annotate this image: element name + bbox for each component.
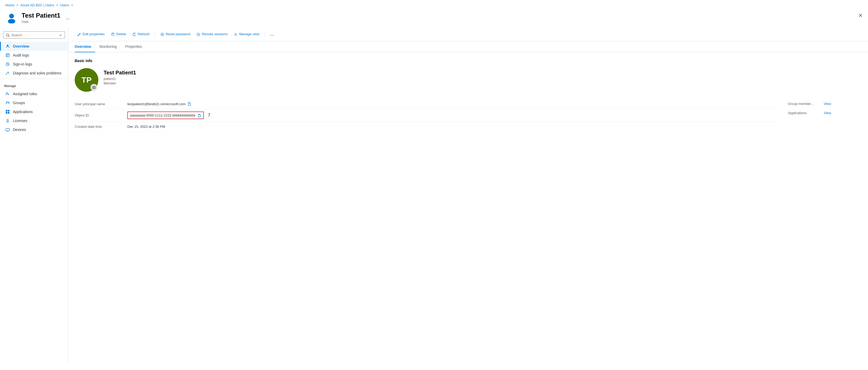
object-id-box: aaaaaaaa-0000-1111-2222-bbbbbbbbbbbb: [127, 112, 204, 119]
copy-object-id-button[interactable]: [197, 113, 201, 117]
header-avatar-icon: [5, 11, 18, 24]
object-id-row: Object ID aaaaaaaa-0000-1111-2222-bbbbbb…: [75, 109, 777, 122]
copy-upn-button[interactable]: [188, 102, 191, 106]
created-date-row: Created date time Dec 15, 2023 at 2:36 P…: [75, 122, 777, 131]
sidebar-item-devices[interactable]: Devices: [0, 125, 68, 134]
tab-properties[interactable]: Properties: [121, 41, 146, 52]
toolbar-separator-2: [265, 31, 265, 37]
tabs: Overview Monitoring Properties: [68, 41, 868, 52]
object-id-value: aaaaaaaa-0000-1111-2222-bbbbbbbbbbbb 7: [127, 112, 210, 119]
assigned-roles-icon: [5, 92, 10, 96]
edit-icon: [77, 32, 81, 36]
svg-line-11: [7, 72, 8, 73]
svg-point-33: [235, 34, 236, 35]
breadcrumb-home[interactable]: Home: [5, 3, 14, 7]
user-email: patient1: [104, 77, 136, 81]
tab-overview[interactable]: Overview: [75, 41, 95, 52]
manage-section-label: Manage: [0, 80, 68, 89]
overview-icon: [5, 44, 10, 49]
breadcrumb: Home > Azure AD B2C | Users > Users >: [0, 0, 868, 9]
user-principal-name-value: testpatient1@testb2c.onmicrosoft.com: [127, 102, 191, 106]
applications-side-label: Applications: [788, 111, 819, 115]
svg-rect-36: [188, 103, 190, 105]
licenses-icon: [5, 119, 10, 123]
reset-password-button[interactable]: Reset password: [158, 30, 193, 38]
sidebar-item-licenses-label: Licenses: [13, 119, 27, 123]
breadcrumb-users[interactable]: Users: [60, 3, 69, 7]
svg-rect-19: [8, 110, 9, 112]
sidebar-item-sign-in-logs-label: Sign-in logs: [13, 62, 32, 66]
breadcrumb-tenant[interactable]: Azure AD B2C | Users: [21, 3, 54, 7]
svg-line-10: [6, 73, 7, 75]
delete-icon: [111, 32, 115, 36]
sign-in-logs-icon: [5, 62, 10, 66]
svg-point-0: [9, 14, 14, 19]
svg-line-12: [8, 72, 9, 74]
search-icon: [6, 33, 10, 37]
created-date-value: Dec 15, 2023 at 2:36 PM: [127, 125, 165, 129]
group-member-label: Group member...: [788, 102, 819, 106]
sidebar-item-audit-logs-label: Audit logs: [13, 53, 29, 57]
camera-badge-button[interactable]: [91, 84, 97, 91]
group-member-row: Group member... View: [788, 99, 862, 109]
search-box[interactable]: «: [3, 31, 65, 39]
sidebar-item-diagnose[interactable]: Diagnose and solve problems: [0, 69, 68, 78]
sidebar-item-audit-logs[interactable]: Audit logs: [0, 51, 68, 60]
svg-rect-18: [6, 110, 7, 112]
sidebar-item-sign-in-logs[interactable]: Sign-in logs: [0, 60, 68, 69]
sidebar-item-overview[interactable]: Overview: [0, 42, 68, 51]
revoke-sessions-button[interactable]: Revoke sessions: [194, 30, 230, 38]
manage-view-button[interactable]: Manage view: [231, 30, 262, 38]
svg-rect-20: [6, 112, 7, 114]
content-body: Basic info TP Test Patient1 patient: [68, 52, 868, 138]
sidebar-item-licenses[interactable]: Licenses: [0, 116, 68, 125]
user-avatar: TP: [75, 68, 98, 92]
user-display-name: Test Patient1: [104, 70, 136, 76]
info-col-left: User principal name testpatient1@testb2c…: [75, 99, 777, 131]
user-card: TP Test Patient1 patient1 Member: [75, 68, 862, 92]
manage-view-icon: [234, 32, 238, 36]
audit-logs-icon: [5, 53, 10, 57]
svg-rect-23: [6, 129, 9, 131]
svg-line-32: [197, 34, 199, 35]
svg-point-17: [8, 102, 9, 103]
object-id-label: Object ID: [75, 113, 127, 117]
svg-point-30: [162, 34, 163, 35]
svg-point-1: [8, 19, 15, 23]
page-header: Test Patient1 User ... ✕: [0, 9, 868, 27]
sidebar-item-assigned-roles-label: Assigned roles: [13, 92, 37, 96]
svg-line-3: [9, 36, 10, 37]
applications-icon: [5, 110, 10, 114]
svg-point-4: [7, 45, 8, 46]
groups-icon: [5, 101, 10, 105]
toolbar: Edit properties Delete: [68, 27, 868, 41]
header-ellipsis-button[interactable]: ...: [64, 14, 71, 21]
sidebar-item-groups[interactable]: Groups: [0, 98, 68, 107]
sidebar: « Overview Audit logs: [0, 27, 68, 363]
search-input[interactable]: [11, 33, 59, 37]
sidebar-item-assigned-roles[interactable]: Assigned roles: [0, 89, 68, 98]
refresh-button[interactable]: Refresh: [130, 30, 152, 38]
sidebar-divider: [0, 79, 68, 79]
devices-icon: [5, 127, 10, 132]
collapse-button[interactable]: «: [59, 33, 62, 37]
sidebar-item-applications[interactable]: Applications: [0, 107, 68, 116]
user-info-text: Test Patient1 patient1 Member: [104, 68, 136, 85]
toolbar-more-button[interactable]: ...: [268, 30, 277, 38]
page-subtitle: User: [22, 20, 61, 24]
svg-point-16: [6, 102, 7, 103]
svg-rect-26: [112, 33, 114, 36]
group-member-view-link[interactable]: View: [824, 102, 831, 106]
delete-button[interactable]: Delete: [108, 30, 129, 38]
tab-monitoring[interactable]: Monitoring: [95, 41, 121, 52]
svg-rect-21: [8, 112, 9, 114]
sidebar-item-devices-label: Devices: [13, 127, 26, 132]
refresh-icon: [132, 32, 136, 36]
svg-point-13: [7, 93, 8, 94]
close-button[interactable]: ✕: [858, 12, 863, 19]
toolbar-separator-1: [155, 31, 155, 37]
applications-view-link[interactable]: View: [824, 111, 831, 115]
sidebar-item-groups-label: Groups: [13, 101, 25, 105]
edit-properties-button[interactable]: Edit properties: [75, 30, 107, 38]
main-layout: « Overview Audit logs: [0, 27, 868, 363]
